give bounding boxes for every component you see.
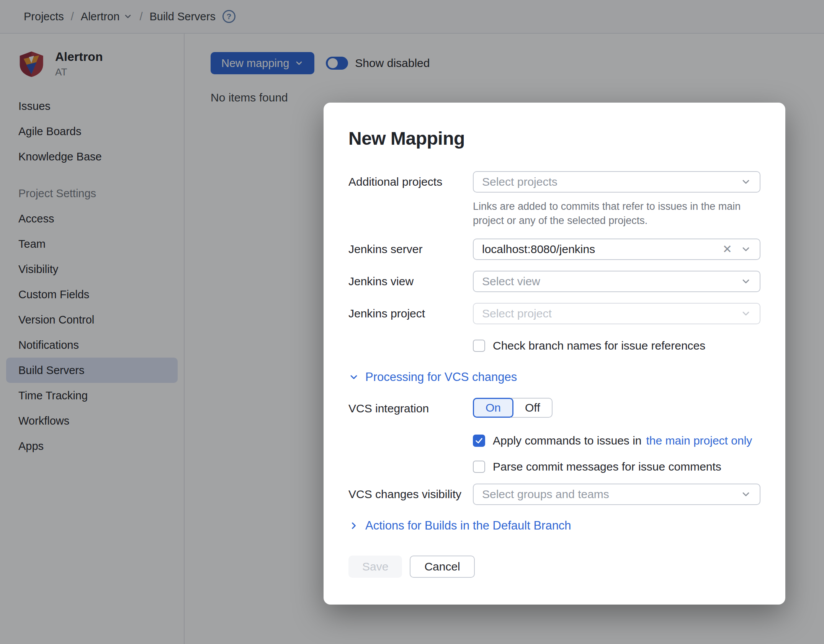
- vcs-integration-segmented: On Off: [473, 398, 760, 418]
- apply-commands-label: Apply commands to issues in: [493, 434, 642, 447]
- additional-projects-row: Additional projects Select projects Link…: [348, 171, 760, 228]
- additional-projects-label: Additional projects: [348, 171, 473, 228]
- dialog-title: New Mapping: [348, 128, 760, 149]
- new-mapping-dialog: New Mapping Additional projects Select p…: [324, 103, 785, 605]
- chevron-down-icon: [741, 276, 751, 287]
- parse-commits-label: Parse commit messages for issue comments: [493, 460, 721, 473]
- processing-vcs-section-label: Processing for VCS changes: [365, 370, 517, 384]
- jenkins-view-label: Jenkins view: [348, 271, 473, 292]
- parse-commits-checkbox[interactable]: [473, 461, 485, 473]
- jenkins-server-select[interactable]: localhost:8080/jenkins ✕: [473, 239, 760, 260]
- vcs-integration-row: VCS integration On Off: [348, 398, 760, 419]
- jenkins-project-row: Jenkins project Select project: [348, 303, 760, 324]
- jenkins-server-label: Jenkins server: [348, 239, 473, 260]
- additional-projects-help: Links are added to commits that refer to…: [473, 199, 760, 228]
- vcs-off-button[interactable]: Off: [511, 398, 552, 418]
- dialog-actions: Save Cancel: [348, 556, 760, 578]
- chevron-down-icon: [741, 489, 751, 500]
- check-branch-row: Check branch names for issue references: [473, 335, 760, 356]
- main-project-only-link[interactable]: the main project only: [646, 434, 752, 447]
- jenkins-view-select[interactable]: Select view: [473, 271, 760, 292]
- actions-builds-section-label: Actions for Builds in the Default Branch: [365, 519, 571, 533]
- jenkins-project-label: Jenkins project: [348, 303, 473, 324]
- parse-commits-row: Parse commit messages for issue comments: [473, 456, 760, 477]
- chevron-down-icon: [741, 244, 751, 255]
- additional-projects-placeholder: Select projects: [482, 175, 741, 188]
- processing-vcs-section-toggle[interactable]: Processing for VCS changes: [348, 370, 760, 384]
- chevron-down-icon: [741, 177, 751, 187]
- vcs-visibility-row: VCS changes visibility Select groups and…: [348, 484, 760, 505]
- jenkins-server-value: localhost:8080/jenkins: [482, 243, 723, 256]
- jenkins-view-row: Jenkins view Select view: [348, 271, 760, 292]
- jenkins-project-select: Select project: [473, 303, 760, 324]
- check-branch-label: Check branch names for issue references: [493, 339, 705, 352]
- clear-icon[interactable]: ✕: [723, 244, 732, 255]
- chevron-down-icon: [741, 308, 751, 319]
- actions-builds-section-toggle[interactable]: Actions for Builds in the Default Branch: [348, 519, 760, 533]
- vcs-visibility-placeholder: Select groups and teams: [482, 488, 741, 501]
- check-branch-checkbox[interactable]: [473, 340, 485, 352]
- cancel-button[interactable]: Cancel: [410, 556, 474, 578]
- jenkins-server-row: Jenkins server localhost:8080/jenkins ✕: [348, 239, 760, 260]
- jenkins-project-placeholder: Select project: [482, 307, 741, 320]
- check-icon: [475, 436, 483, 445]
- jenkins-view-placeholder: Select view: [482, 275, 741, 288]
- apply-commands-checkbox[interactable]: [473, 435, 485, 447]
- apply-commands-row: Apply commands to issues in the main pro…: [473, 430, 760, 451]
- vcs-integration-label: VCS integration: [348, 398, 473, 419]
- vcs-visibility-label: VCS changes visibility: [348, 484, 473, 505]
- additional-projects-select[interactable]: Select projects: [473, 171, 760, 193]
- vcs-on-button[interactable]: On: [473, 398, 513, 418]
- save-button[interactable]: Save: [348, 556, 402, 578]
- vcs-visibility-select[interactable]: Select groups and teams: [473, 484, 760, 505]
- chevron-down-icon: [348, 372, 359, 382]
- chevron-right-icon: [348, 520, 359, 531]
